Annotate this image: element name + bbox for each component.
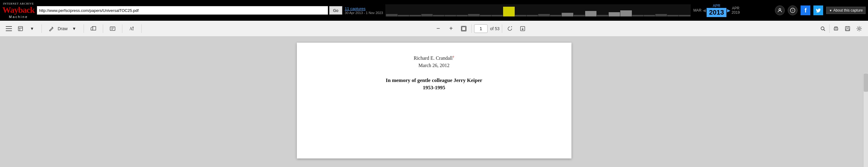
- wayback-logo[interactable]: INTERNET ARCHIVE Wayback Machine: [2, 2, 34, 19]
- sep-center2: [502, 24, 502, 33]
- scrollbar-thumb[interactable]: [864, 73, 868, 92]
- go-button[interactable]: Go: [329, 6, 342, 14]
- url-input[interactable]: [37, 6, 328, 14]
- facebook-button[interactable]: f: [801, 5, 810, 15]
- help-icon-button[interactable]: ?: [788, 5, 798, 15]
- svg-rect-5: [6, 31, 12, 31]
- year-month-label: APR: [713, 4, 720, 8]
- year-arrow-right[interactable]: ▶: [727, 8, 731, 13]
- year-labels: MAR ◀ APR 2013 ▶ APR 2019: [693, 4, 773, 17]
- timeline-section: [385, 1, 691, 20]
- timeline-bg: [385, 4, 691, 16]
- draw-icon-button[interactable]: [46, 24, 57, 34]
- pdf-memorial-line1: In memory of gentle colleague Jerry Keip…: [385, 77, 482, 84]
- twitter-button[interactable]: [813, 5, 823, 15]
- wayback-logo-text: Wayback: [2, 5, 34, 15]
- annotation-dropdown[interactable]: ▾: [27, 24, 37, 34]
- right-icons: ? f ▼ About this capture: [775, 5, 866, 15]
- search-button[interactable]: [818, 24, 828, 34]
- draw-dropdown[interactable]: ▾: [69, 24, 79, 34]
- zoom-out-button[interactable]: −: [433, 24, 443, 34]
- svg-rect-12: [110, 27, 115, 31]
- year-next-month: APR: [732, 6, 740, 10]
- wayback-bar: INTERNET ARCHIVE Wayback Machine Go 11 c…: [0, 0, 868, 21]
- zoom-in-button[interactable]: +: [446, 24, 456, 34]
- svg-rect-27: [846, 29, 849, 31]
- user-icon-button[interactable]: [775, 5, 785, 15]
- svg-point-28: [858, 28, 860, 30]
- svg-rect-4: [6, 28, 12, 29]
- timeline-highlight: [503, 7, 515, 16]
- sep5: [141, 24, 142, 33]
- captures-section: 11 captures 30 Apr 2013 - 1 Nov 2023: [345, 6, 383, 14]
- draw-group: Draw ▾: [46, 24, 79, 34]
- sep2: [84, 24, 84, 33]
- footnote-marker: †: [453, 55, 455, 59]
- svg-line-22: [824, 30, 825, 31]
- format-button[interactable]: A: [127, 24, 137, 34]
- draw-label: Draw: [58, 26, 68, 31]
- machine-label: Machine: [9, 15, 28, 19]
- fit-button[interactable]: [459, 24, 469, 34]
- about-capture-label: About this capture: [833, 8, 863, 12]
- year-badge[interactable]: 2013: [707, 8, 726, 17]
- eraser-button[interactable]: [88, 24, 98, 34]
- save-button[interactable]: [842, 24, 853, 34]
- settings-button[interactable]: [854, 24, 864, 34]
- svg-marker-11: [91, 27, 93, 30]
- toolbar-left-group: ▾: [4, 24, 37, 34]
- sep1: [41, 24, 42, 33]
- scrollbar[interactable]: [863, 73, 868, 167]
- internet-archive-text: INTERNET ARCHIVE: [3, 2, 34, 5]
- toolbar-right: [818, 24, 864, 34]
- captures-dates: 30 Apr 2013 - 1 Nov 2023: [345, 11, 383, 14]
- year-next: 2019: [732, 10, 740, 14]
- pdf-date: March 26, 2012: [418, 63, 450, 68]
- year-active-container: ◀ APR 2013 ▶: [703, 4, 731, 17]
- year-prev: MAR: [693, 8, 702, 12]
- extract-button[interactable]: [518, 24, 528, 34]
- sep4: [122, 24, 122, 33]
- svg-point-0: [779, 8, 781, 10]
- svg-marker-10: [93, 27, 96, 30]
- svg-text:?: ?: [792, 9, 794, 12]
- print-button[interactable]: [831, 24, 841, 34]
- pdf-content-area: Richard E. Crandall† March 26, 2012 In m…: [0, 37, 868, 167]
- svg-point-21: [821, 27, 824, 30]
- svg-rect-17: [462, 27, 466, 31]
- svg-rect-24: [835, 29, 837, 30]
- svg-rect-6: [18, 27, 23, 31]
- center-controls: − + of 53: [146, 24, 815, 34]
- pdf-page: Richard E. Crandall† March 26, 2012 In m…: [297, 43, 571, 159]
- pdf-memorial-line2: 1953-1995: [423, 85, 445, 91]
- sep-center: [471, 24, 472, 33]
- sep3: [103, 24, 103, 33]
- menu-button[interactable]: [4, 24, 14, 34]
- svg-rect-26: [847, 27, 848, 28]
- rotate-button[interactable]: [505, 24, 515, 34]
- year-arrow-left[interactable]: ◀: [703, 8, 706, 13]
- svg-text:A: A: [129, 27, 133, 31]
- page-number-input[interactable]: [474, 24, 488, 33]
- pdf-author: Richard E. Crandall†: [414, 55, 454, 61]
- pdf-toolbar: ▾ Draw ▾ A: [0, 21, 868, 37]
- captures-link[interactable]: 11 captures: [345, 6, 366, 11]
- annotation-button[interactable]: [15, 24, 26, 34]
- url-bar-container: Go: [37, 6, 342, 14]
- sep-right1: [829, 24, 830, 33]
- of-pages-label: of 53: [490, 26, 499, 31]
- about-capture-button[interactable]: ▼ About this capture: [826, 7, 866, 14]
- svg-rect-3: [6, 26, 12, 27]
- textbox-button[interactable]: [107, 24, 118, 34]
